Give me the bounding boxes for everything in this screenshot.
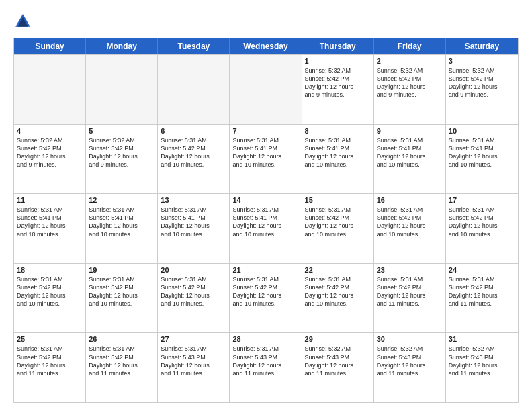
page: SundayMondayTuesdayWednesdayThursdayFrid… (0, 0, 532, 411)
calendar-cell: 19Sunrise: 5:31 AM Sunset: 5:42 PM Dayli… (86, 264, 158, 333)
calendar-cell (158, 55, 230, 124)
day-number: 14 (232, 196, 298, 204)
day-info: Sunrise: 5:31 AM Sunset: 5:42 PM Dayligh… (161, 136, 226, 169)
calendar-cell: 30Sunrise: 5:32 AM Sunset: 5:43 PM Dayli… (374, 333, 446, 402)
calendar-cell: 23Sunrise: 5:31 AM Sunset: 5:42 PM Dayli… (374, 264, 446, 333)
day-info: Sunrise: 5:31 AM Sunset: 5:42 PM Dayligh… (89, 275, 154, 308)
day-number: 1 (305, 57, 371, 65)
day-info: Sunrise: 5:32 AM Sunset: 5:43 PM Dayligh… (449, 345, 515, 377)
day-info: Sunrise: 5:31 AM Sunset: 5:42 PM Dayligh… (89, 345, 154, 377)
day-number: 25 (17, 335, 83, 343)
day-number: 3 (449, 57, 515, 65)
header-day-tuesday: Tuesday (158, 38, 230, 54)
calendar-cell: 15Sunrise: 5:31 AM Sunset: 5:42 PM Dayli… (302, 194, 374, 263)
calendar-cell: 16Sunrise: 5:31 AM Sunset: 5:42 PM Dayli… (374, 194, 446, 263)
calendar-cell: 13Sunrise: 5:31 AM Sunset: 5:41 PM Dayli… (158, 194, 230, 263)
day-number: 24 (449, 266, 515, 274)
calendar-cell: 24Sunrise: 5:31 AM Sunset: 5:42 PM Dayli… (446, 264, 518, 333)
day-number: 8 (305, 127, 371, 135)
header-day-friday: Friday (374, 38, 446, 54)
day-info: Sunrise: 5:31 AM Sunset: 5:42 PM Dayligh… (161, 275, 226, 308)
calendar-cell: 20Sunrise: 5:31 AM Sunset: 5:42 PM Dayli… (158, 264, 230, 333)
calendar-cell: 25Sunrise: 5:31 AM Sunset: 5:42 PM Dayli… (14, 333, 86, 402)
calendar-row-4: 18Sunrise: 5:31 AM Sunset: 5:42 PM Dayli… (14, 263, 518, 333)
header-day-sunday: Sunday (14, 38, 86, 54)
calendar-cell: 10Sunrise: 5:31 AM Sunset: 5:41 PM Dayli… (446, 125, 518, 194)
day-info: Sunrise: 5:32 AM Sunset: 5:42 PM Dayligh… (89, 136, 154, 169)
calendar-row-5: 25Sunrise: 5:31 AM Sunset: 5:42 PM Dayli… (14, 332, 518, 402)
calendar-cell: 18Sunrise: 5:31 AM Sunset: 5:42 PM Dayli… (14, 264, 86, 333)
calendar-cell: 4Sunrise: 5:32 AM Sunset: 5:42 PM Daylig… (14, 125, 86, 194)
day-number: 27 (161, 335, 226, 343)
day-info: Sunrise: 5:31 AM Sunset: 5:42 PM Dayligh… (17, 275, 83, 308)
calendar-cell: 7Sunrise: 5:31 AM Sunset: 5:41 PM Daylig… (230, 125, 302, 194)
calendar-cell: 21Sunrise: 5:31 AM Sunset: 5:42 PM Dayli… (230, 264, 302, 333)
calendar-cell: 12Sunrise: 5:31 AM Sunset: 5:41 PM Dayli… (86, 194, 158, 263)
calendar-cell: 6Sunrise: 5:31 AM Sunset: 5:42 PM Daylig… (158, 125, 230, 194)
day-info: Sunrise: 5:31 AM Sunset: 5:42 PM Dayligh… (232, 275, 298, 308)
day-info: Sunrise: 5:31 AM Sunset: 5:42 PM Dayligh… (449, 205, 515, 238)
calendar-cell (86, 55, 158, 124)
header (13, 12, 519, 31)
calendar-cell (230, 55, 302, 124)
day-number: 31 (449, 335, 515, 343)
day-number: 30 (377, 335, 443, 343)
calendar-cell: 11Sunrise: 5:31 AM Sunset: 5:41 PM Dayli… (14, 194, 86, 263)
calendar-cell: 8Sunrise: 5:31 AM Sunset: 5:41 PM Daylig… (302, 125, 374, 194)
day-number: 21 (232, 266, 298, 274)
calendar-cell: 17Sunrise: 5:31 AM Sunset: 5:42 PM Dayli… (446, 194, 518, 263)
day-number: 29 (305, 335, 371, 343)
calendar-cell: 3Sunrise: 5:32 AM Sunset: 5:42 PM Daylig… (446, 55, 518, 124)
day-number: 17 (449, 196, 515, 204)
day-info: Sunrise: 5:31 AM Sunset: 5:41 PM Dayligh… (17, 205, 83, 238)
calendar-row-3: 11Sunrise: 5:31 AM Sunset: 5:41 PM Dayli… (14, 193, 518, 263)
calendar-row-1: 1Sunrise: 5:32 AM Sunset: 5:42 PM Daylig… (14, 54, 518, 124)
day-info: Sunrise: 5:32 AM Sunset: 5:43 PM Dayligh… (305, 345, 371, 377)
day-info: Sunrise: 5:31 AM Sunset: 5:42 PM Dayligh… (449, 275, 515, 308)
day-number: 16 (377, 196, 443, 204)
day-number: 13 (161, 196, 226, 204)
day-info: Sunrise: 5:31 AM Sunset: 5:41 PM Dayligh… (161, 205, 226, 238)
calendar: SundayMondayTuesdayWednesdayThursdayFrid… (13, 38, 519, 403)
day-info: Sunrise: 5:32 AM Sunset: 5:42 PM Dayligh… (17, 136, 83, 169)
calendar-cell: 27Sunrise: 5:31 AM Sunset: 5:43 PM Dayli… (158, 333, 230, 402)
calendar-cell: 22Sunrise: 5:31 AM Sunset: 5:42 PM Dayli… (302, 264, 374, 333)
day-number: 5 (89, 127, 154, 135)
day-info: Sunrise: 5:32 AM Sunset: 5:43 PM Dayligh… (377, 345, 443, 377)
day-number: 7 (232, 127, 298, 135)
day-info: Sunrise: 5:31 AM Sunset: 5:42 PM Dayligh… (305, 275, 371, 308)
day-info: Sunrise: 5:32 AM Sunset: 5:42 PM Dayligh… (305, 66, 371, 99)
day-info: Sunrise: 5:31 AM Sunset: 5:42 PM Dayligh… (17, 345, 83, 377)
day-number: 10 (449, 127, 515, 135)
calendar-cell: 14Sunrise: 5:31 AM Sunset: 5:41 PM Dayli… (230, 194, 302, 263)
day-info: Sunrise: 5:31 AM Sunset: 5:41 PM Dayligh… (232, 205, 298, 238)
calendar-cell: 1Sunrise: 5:32 AM Sunset: 5:42 PM Daylig… (302, 55, 374, 124)
calendar-cell (14, 55, 86, 124)
logo (13, 12, 35, 31)
day-info: Sunrise: 5:31 AM Sunset: 5:42 PM Dayligh… (377, 205, 443, 238)
day-number: 12 (89, 196, 154, 204)
day-number: 2 (377, 57, 443, 65)
header-day-saturday: Saturday (446, 38, 518, 54)
day-info: Sunrise: 5:31 AM Sunset: 5:41 PM Dayligh… (449, 136, 515, 169)
calendar-cell: 2Sunrise: 5:32 AM Sunset: 5:42 PM Daylig… (374, 55, 446, 124)
calendar-header: SundayMondayTuesdayWednesdayThursdayFrid… (14, 38, 518, 54)
day-number: 28 (232, 335, 298, 343)
day-info: Sunrise: 5:31 AM Sunset: 5:42 PM Dayligh… (305, 205, 371, 238)
day-number: 19 (89, 266, 154, 274)
day-info: Sunrise: 5:31 AM Sunset: 5:41 PM Dayligh… (232, 136, 298, 169)
day-number: 23 (377, 266, 443, 274)
header-day-thursday: Thursday (302, 38, 374, 54)
day-info: Sunrise: 5:32 AM Sunset: 5:42 PM Dayligh… (449, 66, 515, 99)
header-day-wednesday: Wednesday (230, 38, 302, 54)
calendar-cell: 31Sunrise: 5:32 AM Sunset: 5:43 PM Dayli… (446, 333, 518, 402)
calendar-cell: 9Sunrise: 5:31 AM Sunset: 5:41 PM Daylig… (374, 125, 446, 194)
day-number: 4 (17, 127, 83, 135)
day-info: Sunrise: 5:31 AM Sunset: 5:43 PM Dayligh… (232, 345, 298, 377)
day-number: 26 (89, 335, 154, 343)
day-info: Sunrise: 5:31 AM Sunset: 5:42 PM Dayligh… (377, 275, 443, 308)
day-info: Sunrise: 5:31 AM Sunset: 5:43 PM Dayligh… (161, 345, 226, 377)
calendar-cell: 5Sunrise: 5:32 AM Sunset: 5:42 PM Daylig… (86, 125, 158, 194)
day-info: Sunrise: 5:31 AM Sunset: 5:41 PM Dayligh… (377, 136, 443, 169)
day-number: 22 (305, 266, 371, 274)
